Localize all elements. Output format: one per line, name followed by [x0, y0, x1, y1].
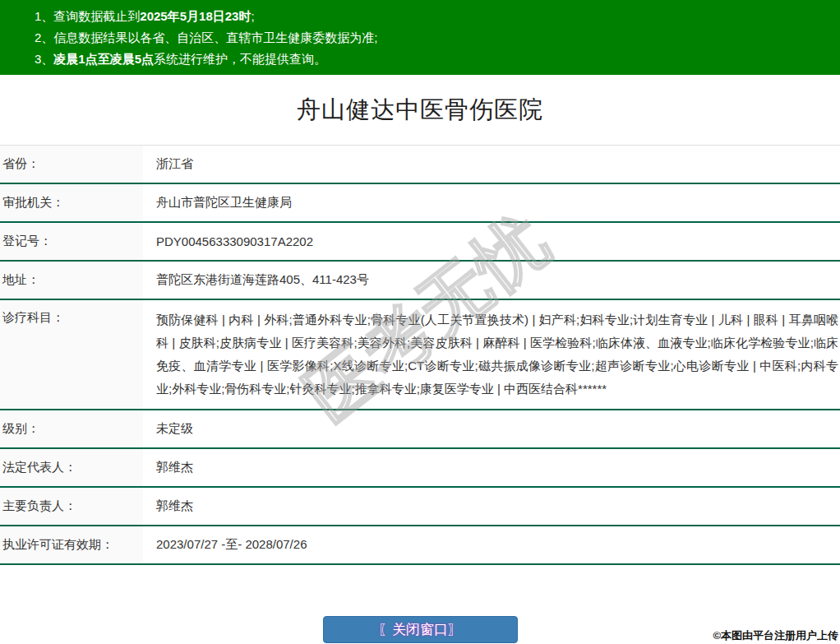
row-value: 2023/07/27 -至- 2028/07/26: [143, 537, 840, 553]
notice-1-bold: 2025年5月18日23时: [140, 9, 251, 23]
row-label: 执业许可证有效期：: [0, 526, 143, 563]
row-value: 普陀区东港街道海莲路405、411-423号: [143, 272, 840, 288]
notice-3-bold: 凌晨1点至凌晨5点: [53, 52, 154, 66]
row-label: 法定代表人：: [0, 449, 143, 486]
row-label: 省份：: [0, 146, 143, 183]
row-label: 地址：: [0, 262, 143, 299]
notice-1-num: 1、: [35, 9, 53, 23]
row-label: 级别：: [0, 410, 143, 447]
row-label: 审批机关：: [0, 184, 143, 221]
notice-1-text: 查询数据截止到: [53, 9, 140, 23]
notice-2-num: 2、: [35, 30, 53, 44]
table-row-person-in-charge: 主要负责人： 郭维杰: [0, 488, 840, 526]
notice-line-3: 3、凌晨1点至凌晨5点系统进行维护，不能提供查询。: [35, 49, 832, 70]
notice-line-2: 2、信息数据结果以各省、自治区、直辖市卫生健康委数据为准;: [35, 27, 832, 49]
table-row-license-validity: 执业许可证有效期： 2023/07/27 -至- 2028/07/26: [0, 526, 840, 565]
table-row-legal-representative: 法定代表人： 郭维杰: [0, 449, 840, 488]
query-result-page: 1、查询数据截止到2025年5月18日23时; 2、信息数据结果以各省、自治区、…: [0, 0, 840, 644]
row-label: 诊疗科目：: [0, 300, 143, 409]
row-value: 浙江省: [143, 156, 840, 172]
table-row-registration-number: 登记号： PDY00456333090317A2202: [0, 223, 840, 262]
hospital-info-table: 省份： 浙江省 审批机关： 舟山市普陀区卫生健康局 登记号： PDY004563…: [0, 145, 840, 565]
row-label: 主要负责人：: [0, 488, 143, 525]
row-value: 舟山市普陀区卫生健康局: [143, 195, 840, 211]
notice-line-1: 1、查询数据截止到2025年5月18日23时;: [35, 6, 832, 27]
notice-3-tail: 系统进行维护，不能提供查询。: [154, 52, 326, 66]
close-window-button[interactable]: 〖关闭窗口〗: [323, 616, 518, 643]
row-value: 郭维杰: [143, 498, 840, 514]
table-row-province: 省份： 浙江省: [0, 146, 840, 184]
row-value: 未定级: [143, 421, 840, 437]
notice-2-text: 信息数据结果以各省、自治区、直辖市卫生健康委数据为准;: [53, 30, 377, 44]
image-credit-text: ©本图由平台注册用户上传: [713, 628, 838, 643]
row-value: 郭维杰: [143, 460, 840, 475]
row-label: 登记号：: [0, 223, 143, 260]
table-row-approval-authority: 审批机关： 舟山市普陀区卫生健康局: [0, 184, 840, 223]
row-value: PDY00456333090317A2202: [143, 234, 840, 248]
page-title: 舟山健达中医骨伤医院: [0, 95, 840, 124]
notice-3-num: 3、: [35, 52, 53, 66]
row-value: 预防保健科 | 内科 | 外科;普通外科专业;骨科专业(人工关节置换技术) | …: [143, 300, 840, 409]
notice-banner: 1、查询数据截止到2025年5月18日23时; 2、信息数据结果以各省、自治区、…: [0, 0, 840, 75]
table-row-medical-subjects: 诊疗科目： 预防保健科 | 内科 | 外科;普通外科专业;骨科专业(人工关节置换…: [0, 300, 840, 410]
table-row-level: 级别： 未定级: [0, 410, 840, 449]
table-row-address: 地址： 普陀区东港街道海莲路405、411-423号: [0, 262, 840, 300]
notice-1-tail: ;: [251, 9, 254, 23]
